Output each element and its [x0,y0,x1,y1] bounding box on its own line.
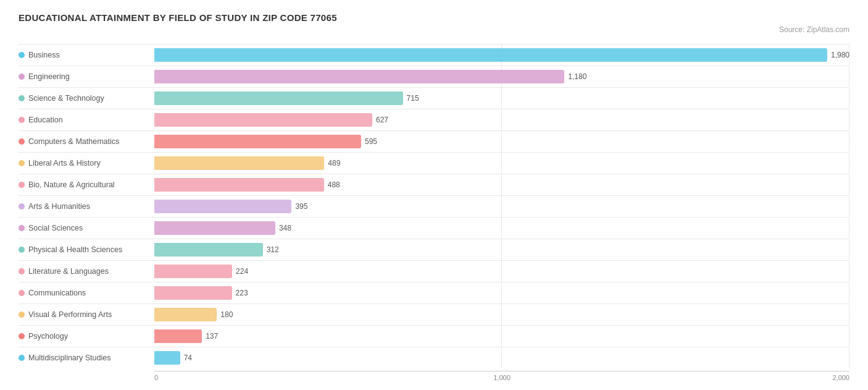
bar-fill [154,113,372,127]
color-dot [19,355,25,361]
bar-label: Bio, Nature & Agricultural [19,180,154,189]
bar-fill [154,48,827,62]
color-dot [19,74,25,80]
bar-container: 74 [154,351,849,365]
bar-row: Physical & Health Sciences312 [19,239,849,260]
bar-value: 223 [236,289,248,297]
color-dot [19,117,25,123]
bar-fill [154,351,180,365]
x-tick: 2,000 [618,374,849,381]
bar-label-text: Literature & Languages [28,267,109,276]
bar-label: Liberal Arts & History [19,159,154,167]
bar-value: 137 [206,332,218,341]
bar-fill [154,91,403,105]
bar-label-text: Engineering [28,72,70,81]
bar-container: 137 [154,329,849,343]
bar-row: Business1,980 [19,44,849,66]
bar-label-text: Business [28,51,60,59]
bar-label: Science & Technology [19,94,154,103]
bar-fill [154,308,217,321]
bar-fill [154,286,232,300]
bar-label-text: Physical & Health Sciences [28,245,122,254]
bar-value: 1,980 [831,51,849,59]
bar-row: Multidisciplinary Studies74 [19,347,849,368]
bar-row: Social Sciences348 [19,217,849,239]
color-dot [19,225,25,231]
bar-container: 223 [154,286,849,300]
bar-fill [154,329,202,343]
color-dot [19,268,25,274]
bar-label-text: Computers & Mathematics [28,137,119,146]
bar-fill [154,156,324,170]
bar-label-text: Arts & Humanities [28,202,90,211]
bar-label-text: Education [28,116,63,124]
color-dot [19,203,25,210]
bar-value: 627 [376,116,388,124]
bar-value: 715 [407,94,419,103]
bar-value: 224 [236,267,248,276]
bar-value: 595 [365,137,377,146]
chart-area: Business1,980Engineering1,180Science & T… [19,44,849,368]
bar-row: Engineering1,180 [19,66,849,87]
bar-label: Arts & Humanities [19,202,154,211]
bar-container: 348 [154,221,849,235]
bar-fill [154,243,263,256]
bar-fill [154,265,232,278]
bar-value: 74 [184,354,192,362]
bar-container: 180 [154,308,849,321]
bar-label-text: Psychology [28,332,68,341]
bar-label: Engineering [19,72,154,81]
bar-container: 395 [154,200,849,213]
x-tick: 1,000 [386,374,617,381]
bar-fill [154,200,291,213]
x-tick: 0 [154,374,386,381]
bar-row: Science & Technology715 [19,87,849,109]
bar-fill [154,221,275,235]
bar-fill [154,178,324,192]
bar-label-text: Bio, Nature & Agricultural [28,180,115,189]
bar-label: Psychology [19,332,154,341]
color-dot [19,52,25,58]
bar-label-text: Communications [28,289,86,297]
bar-row: Arts & Humanities395 [19,195,849,217]
bar-label: Communications [19,289,154,297]
color-dot [19,160,25,166]
bar-row: Computers & Mathematics595 [19,130,849,152]
bar-container: 1,180 [154,70,849,83]
bar-container: 489 [154,156,849,170]
bar-label: Computers & Mathematics [19,137,154,146]
bar-value: 180 [220,310,233,319]
bar-row: Literature & Languages224 [19,260,849,282]
bar-row: Visual & Performing Arts180 [19,303,849,325]
bar-value: 395 [295,202,307,211]
bar-row: Education627 [19,109,849,130]
bar-label: Business [19,51,154,59]
color-dot [19,182,25,188]
bar-container: 488 [154,178,849,192]
color-dot [19,95,25,101]
bar-container: 627 [154,113,849,127]
bar-label: Social Sciences [19,224,154,232]
bar-label-text: Visual & Performing Arts [28,310,112,319]
x-axis: 01,0002,000 [154,371,849,381]
bar-label-text: Social Sciences [28,224,83,232]
bar-container: 715 [154,91,849,105]
color-dot [19,312,25,318]
source-label: Source: ZipAtlas.com [19,25,849,34]
bar-container: 1,980 [154,48,849,62]
bar-label-text: Science & Technology [28,94,104,103]
bar-fill [154,70,564,83]
bar-label: Literature & Languages [19,267,154,276]
color-dot [19,247,25,253]
bar-value: 312 [267,245,279,254]
bar-row: Bio, Nature & Agricultural488 [19,174,849,195]
color-dot [19,138,25,145]
bar-label-text: Multidisciplinary Studies [28,354,111,362]
bar-value: 488 [328,180,340,189]
color-dot [19,290,25,296]
bar-value: 1,180 [568,72,586,81]
bar-row: Communications223 [19,282,849,303]
chart-title: EDUCATIONAL ATTAINMENT BY FIELD OF STUDY… [19,12,849,23]
bar-label: Visual & Performing Arts [19,310,154,319]
bar-label: Education [19,116,154,124]
